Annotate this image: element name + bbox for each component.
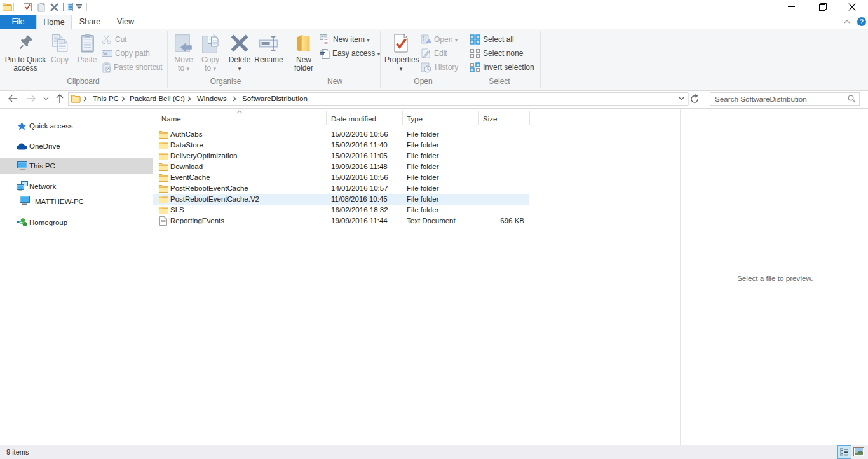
svg-text:W...: W... <box>103 51 111 56</box>
svg-text:?: ? <box>860 18 864 25</box>
